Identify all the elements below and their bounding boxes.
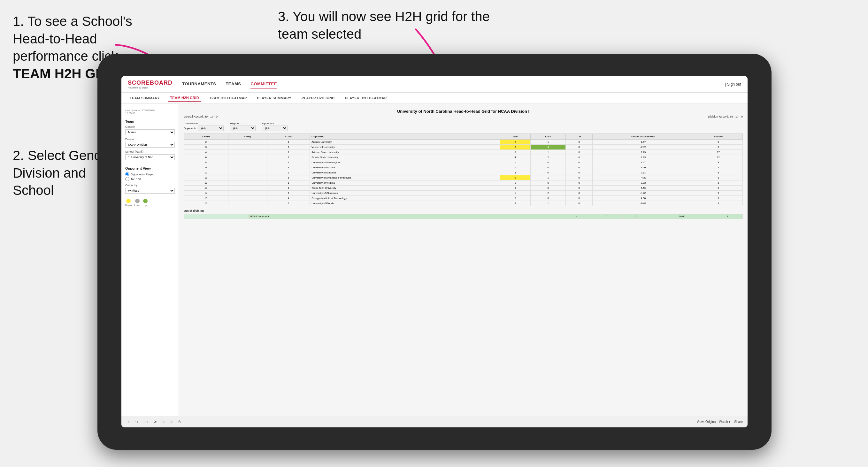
navbar: SCOREBOARD Powered by clippi TOURNAMENTS… — [121, 76, 748, 93]
out-of-division-header: Out of division — [184, 209, 743, 212]
legend-level: Level — [134, 199, 140, 207]
toolbar-right: Watch ▾ Share — [719, 420, 743, 424]
share-btn[interactable]: Share — [734, 420, 743, 424]
subnav-team-h2h-heatmap[interactable]: TEAM H2H HEATMAP — [207, 95, 249, 101]
table-row: 4 1 Arizona State University 5 1 0 2.29 … — [184, 150, 743, 155]
division-select[interactable]: NCAA Division I — [125, 142, 175, 148]
timestamp: Last Updated: 27/03/2024 16:55:38 — [125, 109, 175, 115]
region-select[interactable]: (All) — [230, 126, 255, 131]
legend-up-dot — [143, 199, 148, 203]
legend-level-dot — [135, 199, 140, 203]
grid-btn[interactable]: ⊞ — [168, 419, 174, 425]
opponent-view-label: Opponent View — [125, 166, 175, 170]
watch-btn[interactable]: Watch ▾ — [719, 420, 731, 424]
clock-btn[interactable]: ⏱ — [176, 419, 182, 425]
table-row: 10 5 University of Alabama 3 0 0 2.61 8 — [184, 170, 743, 175]
col-loss: Loss — [530, 134, 565, 139]
table-row: 6 2 Florida State University 4 2 0 1.83 … — [184, 155, 743, 160]
out-of-division-table: NCAA Division II 1 0 0 26.00 3 — [184, 214, 743, 219]
division-label: Division — [125, 138, 175, 141]
col-rank: # Rank — [184, 134, 228, 139]
subnav-player-summary[interactable]: PLAYER SUMMARY — [255, 95, 293, 101]
col-reg: # Reg — [228, 134, 267, 139]
division-record: Division Record: 88 - 17 - 0 — [708, 115, 743, 118]
table-row: 12 1 University of Virginia 1 0 0 2.33 3 — [184, 181, 743, 186]
col-diff: Diff Av Strokes/Rnd — [592, 134, 694, 139]
table-row: 9 3 University of Arizona 1 0 0 9.00 2 — [184, 165, 743, 170]
legend-down: Down — [125, 199, 132, 207]
sidebar: Last Updated: 27/03/2024 16:55:38 Team G… — [121, 104, 179, 416]
nav-tournaments[interactable]: TOURNAMENTS — [182, 80, 216, 89]
sign-out-link[interactable]: | Sign out — [725, 82, 741, 87]
table-row: 13 1 Texas Tech University 3 0 0 5.56 9 — [184, 186, 743, 191]
logo-text: SCOREBOARD — [128, 80, 173, 86]
table-row: 16 3 University of Florida 3 1 0 -6.42 9 — [184, 201, 743, 206]
col-win: Win — [500, 134, 530, 139]
subnav: TEAM SUMMARY TEAM H2H GRID TEAM H2H HEAT… — [121, 93, 748, 104]
forward-btn[interactable]: ⟶ — [142, 419, 150, 425]
tablet-screen: SCOREBOARD Powered by clippi TOURNAMENTS… — [121, 76, 748, 427]
table-row: 11 6 University of Arkansas, Fayettevill… — [184, 175, 743, 181]
crop-btn[interactable]: ⊡ — [160, 419, 166, 425]
table-row: 3 2 Vanderbilt University 0 4 0 -2.29 8 — [184, 145, 743, 150]
filters-row: Conference Opponents: (All) Region (All) — [184, 122, 743, 131]
view-original[interactable]: View: Original — [697, 420, 717, 424]
colour-select[interactable]: Win/loss — [125, 188, 175, 193]
table-row: 14 2 University of Oklahoma 1 2 0 -1.00 … — [184, 191, 743, 196]
radio-top100[interactable]: Top 100 — [125, 177, 175, 181]
refresh-btn[interactable]: ⟳ — [152, 419, 158, 425]
col-opponent: Opponent — [310, 134, 500, 139]
bottom-toolbar: ↩ ↪ ⟶ ⟳ ⊡ ⊞ ⏱ View: Original Watch ▾ Sha… — [121, 416, 748, 427]
nav-teams[interactable]: TEAMS — [225, 80, 241, 89]
tablet-device: SCOREBOARD Powered by clippi TOURNAMENTS… — [97, 54, 772, 450]
h2h-table: # Rank # Reg # Conf Opponent Win Loss Ti… — [184, 133, 743, 206]
legend-up: Up — [143, 199, 148, 207]
colour-legend: Down Level Up — [125, 199, 175, 207]
gender-select[interactable]: Men's — [125, 129, 175, 135]
table-row: 8 2 University of Washington 1 0 0 3.67 … — [184, 160, 743, 165]
col-rounds: Rounds — [694, 134, 743, 139]
filter-conference: Conference Opponents: (All) — [184, 122, 224, 131]
table-row: 15 4 Georgia Institute of Technology 6 0… — [184, 196, 743, 201]
gender-label: Gender — [125, 125, 175, 128]
subnav-player-h2h-grid[interactable]: PLAYER H2H GRID — [300, 95, 337, 101]
subnav-team-h2h-grid[interactable]: TEAM H2H GRID — [168, 95, 201, 101]
legend-down-dot — [126, 199, 131, 203]
main-content: Last Updated: 27/03/2024 16:55:38 Team G… — [121, 104, 748, 416]
subnav-player-h2h-heatmap[interactable]: PLAYER H2H HEATMAP — [343, 95, 389, 101]
subnav-team-summary[interactable]: TEAM SUMMARY — [128, 95, 162, 101]
school-label: School (Rank) — [125, 150, 175, 153]
conference-select[interactable]: (All) — [198, 126, 224, 131]
logo-area: SCOREBOARD Powered by clippi — [128, 80, 173, 89]
col-tie: Tie — [566, 134, 592, 139]
nav-links: TOURNAMENTS TEAMS COMMITTEE — [182, 80, 725, 89]
school-select[interactable]: 1. University of Nort... — [125, 154, 175, 160]
undo-btn[interactable]: ↩ — [126, 419, 132, 425]
records-row: Overall Record: 89 - 17 - 0 Division Rec… — [184, 115, 743, 118]
opponent-select[interactable]: (All) — [262, 126, 287, 131]
table-title: University of North Carolina Head-to-Hea… — [184, 109, 743, 114]
table-header-row: # Rank # Reg # Conf Opponent Win Loss Ti… — [184, 134, 743, 139]
col-conf: # Conf — [267, 134, 310, 139]
annotation-step3: 3. You will now see H2H grid for the tea… — [278, 8, 502, 43]
opponent-view-group: Opponents Played Top 100 — [125, 172, 175, 181]
data-area: University of North Carolina Head-to-Hea… — [179, 104, 748, 416]
out-of-division-row: NCAA Division II 1 0 0 26.00 3 — [184, 214, 743, 219]
filter-region: Region (All) — [230, 122, 255, 131]
colour-label: Colour by — [125, 184, 175, 187]
logo-sub: Powered by clippi — [128, 86, 173, 89]
nav-committee[interactable]: COMMITTEE — [250, 80, 277, 89]
table-row: 2 1 Auburn University 2 1 0 1.67 9 — [184, 139, 743, 145]
radio-opponents-played[interactable]: Opponents Played — [125, 172, 175, 176]
team-label: Team — [125, 120, 175, 123]
overall-record: Overall Record: 89 - 17 - 0 — [184, 115, 218, 118]
redo-btn[interactable]: ↪ — [134, 419, 140, 425]
filter-opponent: Opponent (All) — [262, 122, 287, 131]
